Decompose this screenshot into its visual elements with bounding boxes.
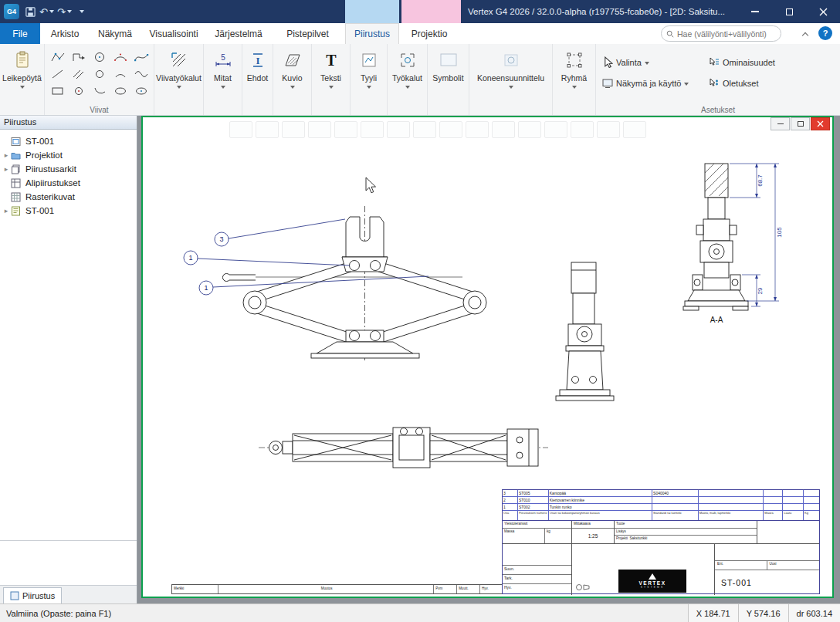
selection-dropdown-icon: [645, 62, 649, 65]
circle-center-icon[interactable]: [90, 49, 110, 65]
tab-pistepilvet[interactable]: Pistepilvet: [270, 23, 345, 44]
machine-design-icon: [502, 49, 520, 71]
status-message: Valmiina (Opaste: paina F1): [0, 609, 111, 618]
tab-piirustus[interactable]: Piirustus: [345, 23, 399, 44]
maximize-icon: [786, 8, 793, 15]
style-dropdown-icon: [367, 86, 371, 89]
properties-button[interactable]: Ominaisuudet: [709, 52, 817, 73]
tab-nakyma[interactable]: Näkymä: [90, 23, 141, 44]
polyline-icon[interactable]: [48, 49, 68, 65]
ellipse-center-icon[interactable]: [131, 83, 151, 99]
wave-line-icon[interactable]: [131, 66, 151, 82]
hatch-icon: [283, 49, 302, 71]
ribbon-group-style: Tyyli: [351, 44, 388, 115]
selection-button[interactable]: Valinta: [602, 52, 709, 73]
ribbon-group-machine-design: Koneensuunnittelu: [469, 44, 553, 115]
symbols-label: Symbolit: [432, 73, 463, 83]
title-bar: G4 ↶ ↷ Vertex G4 2026 / 32.0.0-alpha (r1…: [0, 0, 840, 23]
side-view: [556, 262, 614, 401]
view-icon: [602, 78, 613, 89]
tree-item-piirustusarkit[interactable]: ▸ Piirustusarkit: [0, 162, 137, 176]
tab-file[interactable]: File: [0, 23, 40, 44]
tree-item-st001-root[interactable]: ST-001: [0, 134, 137, 148]
dimension-68-7[interactable]: 68.7: [757, 174, 764, 187]
dimensions-button[interactable]: 5 Mitat: [204, 44, 242, 115]
close-button[interactable]: [806, 0, 840, 23]
main-area: 3 1 1: [137, 116, 840, 603]
constraints-button[interactable]: I Ehdot: [242, 44, 273, 115]
search-box[interactable]: [661, 25, 781, 42]
tools-button[interactable]: Työkalut: [388, 44, 427, 115]
undo-dropdown-icon: [49, 10, 54, 13]
tree-item-projektiot[interactable]: ▸ Projektiot: [0, 148, 137, 162]
ellipse-icon[interactable]: [110, 83, 130, 99]
balloon-3[interactable]: 3: [219, 235, 223, 243]
save-button[interactable]: [22, 3, 38, 20]
lines-group-label: Viivat: [45, 106, 154, 114]
balloon-1a[interactable]: 1: [188, 254, 192, 262]
line-tools-dropdown-icon: [177, 86, 181, 89]
coordinate-dr: dr 603.14: [788, 604, 840, 622]
view-dropdown-icon: [684, 83, 689, 86]
status-bar: Valmiina (Opaste: paina F1) X 184.71 Y 5…: [0, 603, 840, 622]
tab-visualisointi[interactable]: Visualisointi: [141, 23, 207, 44]
undo-button[interactable]: ↶: [38, 3, 56, 20]
app-logo-icon[interactable]: G4: [4, 4, 19, 19]
expander-icon[interactable]: ▸: [2, 151, 11, 159]
revision-strip[interactable]: Merkki Muutos Pvm Muutt. Hyv.: [171, 584, 502, 594]
circle-point-icon[interactable]: [69, 83, 89, 99]
view-and-use-button[interactable]: Näkymä ja käyttö: [602, 73, 709, 93]
tree-item-st001-doc[interactable]: ▸ ST-001: [0, 204, 137, 218]
search-input[interactable]: [677, 29, 776, 39]
line-tools-button[interactable]: Viivatyökalut: [154, 44, 203, 115]
style-label: Tyyli: [361, 73, 377, 83]
tab-arkisto[interactable]: Arkisto: [40, 23, 90, 44]
spline-icon[interactable]: [131, 49, 151, 65]
balloon-1b[interactable]: 1: [204, 284, 208, 292]
text-icon: T: [322, 49, 340, 71]
text-button[interactable]: T Teksti: [312, 44, 350, 115]
hatch-button[interactable]: Kuvio: [273, 44, 311, 115]
tab-projektio[interactable]: Projektio: [399, 23, 459, 44]
arc-3point-icon[interactable]: [110, 49, 130, 65]
line-tools-label: Viivatyökalut: [156, 73, 202, 83]
qat-customize-button[interactable]: [73, 3, 89, 20]
tree: ST-001 ▸ Projektiot ▸ Piirustusarkit Ali…: [0, 130, 137, 540]
dimension-29[interactable]: 29: [757, 287, 764, 294]
scale-value: 1:25: [572, 529, 614, 543]
clipboard-button[interactable]: Leikepöytä: [0, 44, 44, 115]
dimension-105[interactable]: 105: [776, 227, 783, 238]
tree-item-rasterikuvat[interactable]: Rasterikuvat: [0, 190, 137, 204]
parallel-lines-icon[interactable]: [69, 66, 89, 82]
maximize-button[interactable]: [772, 0, 806, 23]
rectangle-icon[interactable]: [48, 83, 68, 99]
expander-icon[interactable]: ▸: [2, 165, 11, 173]
corner-line-icon[interactable]: [69, 49, 89, 65]
save-icon: [25, 6, 36, 18]
dimensions-dropdown-icon: [221, 86, 225, 89]
tree-item-alipiirustukset[interactable]: Alipiirustukset: [0, 176, 137, 190]
expander-icon[interactable]: ▸: [2, 207, 11, 215]
collapse-ribbon-button[interactable]: [803, 29, 814, 40]
arc-open-icon[interactable]: [90, 83, 110, 99]
drawing-canvas[interactable]: 3 1 1: [141, 116, 834, 598]
panel-divider: [0, 540, 137, 541]
style-button[interactable]: Tyyli: [351, 44, 387, 115]
arc-icon[interactable]: [110, 66, 130, 82]
redo-button[interactable]: ↷: [56, 3, 73, 20]
group-button[interactable]: Ryhmä: [553, 44, 595, 115]
minimize-button[interactable]: [738, 0, 772, 23]
circle-icon[interactable]: [90, 66, 110, 82]
hatch-label: Kuvio: [282, 73, 302, 83]
line-icon[interactable]: [48, 66, 68, 82]
title-block[interactable]: 3ST005KantopääS040040 2ST010Kiertovarren…: [502, 489, 820, 594]
defaults-button[interactable]: Oletukset: [709, 73, 817, 93]
tab-jarjestelma[interactable]: Järjestelmä: [207, 23, 270, 44]
panel-tab-piirustus[interactable]: Piirustus: [3, 587, 62, 603]
machine-design-button[interactable]: Koneensuunnittelu: [469, 44, 552, 115]
parts-row: 1ST002Tunkin runko: [503, 504, 819, 511]
projection-symbol-icon: [575, 583, 591, 592]
symbols-button[interactable]: Symbolit: [428, 44, 469, 115]
selection-label: Valinta: [616, 58, 642, 67]
help-button[interactable]: ?: [818, 26, 832, 40]
